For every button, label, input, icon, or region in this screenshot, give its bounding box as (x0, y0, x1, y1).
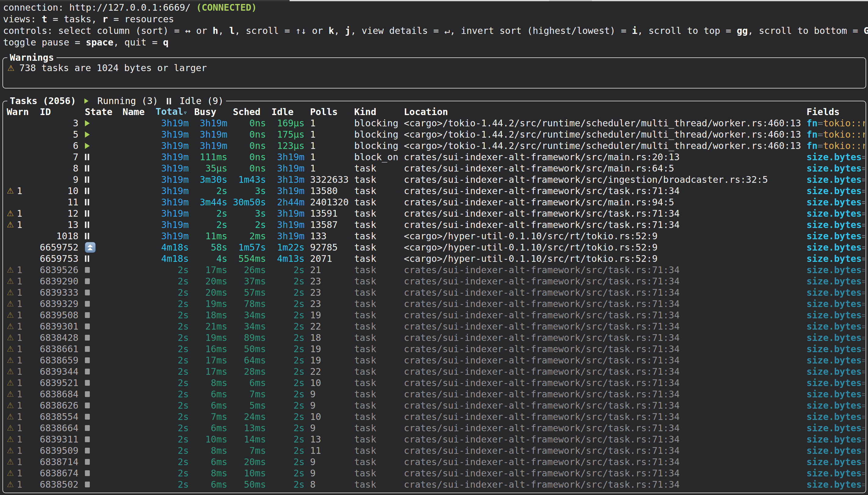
column-header-id[interactable]: ID (40, 106, 78, 118)
completed-icon (85, 335, 90, 341)
cell-location: crates/sui-indexer-alt-framework/src/tas… (404, 309, 806, 321)
table-row[interactable]: ⚠110 3h19m 2s 3s 3h19m 13580taskcrates/s… (7, 185, 865, 197)
cell-state (84, 120, 122, 126)
cell-polls: 1 (310, 118, 354, 129)
table-row[interactable]: 5 3h19m 3h19m 0ns 175µs 1blocking<cargo>… (7, 129, 865, 140)
table-row[interactable]: ⚠16838684 2s 6ms 7ms 2s 9taskcrates/sui-… (7, 389, 865, 400)
column-header-polls[interactable]: Polls (310, 106, 354, 118)
table-row[interactable]: 3 3h19m 3h19m 0ns 169µs 1blocking<cargo>… (7, 118, 865, 129)
column-header-location[interactable]: Location (404, 106, 806, 118)
cell-fields: size.bytes= (807, 321, 865, 332)
cell-location: crates/sui-indexer-alt-framework/src/tas… (404, 264, 806, 276)
cell-fields: size.bytes= (807, 467, 865, 479)
cell-kind: task (354, 298, 404, 309)
cell-fields: size.bytes= (807, 287, 865, 298)
field-key: size.bytes (807, 445, 862, 456)
cell-total: 2s (156, 276, 189, 287)
table-row[interactable]: ⚠16839333 2s 20ms 57ms 2s 23taskcrates/s… (7, 287, 865, 298)
cell-polls: 23 (310, 298, 354, 309)
equals-sign: = (862, 400, 865, 411)
column-header-name[interactable]: Name (122, 106, 155, 118)
column-header-sched[interactable]: Sched (233, 106, 266, 118)
table-row[interactable]: ⚠16838661 2s 16ms 50ms 2s 19taskcrates/s… (7, 343, 865, 355)
cell-warn: ⚠1 (7, 321, 40, 332)
column-header-fields[interactable]: Fields (807, 106, 865, 118)
cell-total: 2s (156, 309, 189, 321)
table-row[interactable]: ⚠16838674 2s 8ms 10ms 2s 9taskcrates/sui… (7, 467, 865, 479)
table-row[interactable]: ⚠16838714 2s 6ms 20ms 2s 9taskcrates/sui… (7, 456, 865, 467)
cell-busy: 17ms (194, 264, 227, 276)
equals-sign: = (862, 197, 865, 207)
warning-count: 1 (17, 411, 22, 422)
equals-sign: = (862, 219, 865, 230)
cell-warn: ⚠1 (7, 411, 40, 422)
table-row[interactable]: ⚠16839526 2s 17ms 26ms 2s 21taskcrates/s… (7, 264, 865, 276)
status-text: views: (3, 14, 41, 24)
cell-total: 2s (156, 343, 189, 355)
cell-location: crates/sui-indexer-alt-framework/src/tas… (404, 276, 806, 287)
cell-sched: 57ms (233, 287, 266, 298)
table-row[interactable]: ⚠16838626 2s 6ms 5ms 2s 9taskcrates/sui-… (7, 400, 865, 411)
table-row[interactable]: ⚠16839521 2s 8ms 6ms 2s 10taskcrates/sui… (7, 377, 865, 389)
cell-state (84, 143, 122, 149)
cell-busy: 6ms (194, 479, 227, 490)
completed-icon (85, 380, 90, 386)
cell-busy: 18ms (194, 309, 227, 321)
table-row[interactable]: ⚠16839344 2s 17ms 28ms 2s 22taskcrates/s… (7, 366, 865, 377)
equals-sign: = (862, 366, 865, 377)
table-row[interactable]: ⚠16839290 2s 20ms 37ms 2s 23taskcrates/s… (7, 276, 865, 287)
cell-total: 2s (156, 422, 189, 434)
cell-busy: 3h19m (194, 140, 227, 151)
warning-icon: ⚠ (7, 434, 17, 445)
table-row[interactable]: ⚠16839508 2s 18ms 34ms 2s 19taskcrates/s… (7, 309, 865, 321)
table-row[interactable]: 11 3h19m 3m44s 30m50s 2h44m 2401320taskc… (7, 197, 865, 208)
table-row[interactable]: 9 3h19m 3m30s 1m43s 3h13m 3322633taskcra… (7, 174, 865, 185)
table-row[interactable]: ⚠16839311 2s 10ms 14ms 2s 13taskcrates/s… (7, 434, 865, 445)
table-row[interactable]: 1018 3h19m 11ms 2ms 3h19m 133task<cargo>… (7, 231, 865, 242)
field-key: size.bytes (807, 219, 862, 230)
column-header-idle[interactable]: Idle (271, 106, 304, 118)
cell-fields: size.bytes= (807, 456, 865, 467)
cell-fields: size.bytes= (807, 332, 865, 343)
column-header-busy[interactable]: Busy (194, 106, 227, 118)
cell-idle: 2s (271, 287, 304, 298)
table-row[interactable]: ⚠16838502 2s 6ms 50ms 2s 8taskcrates/sui… (7, 479, 865, 490)
cell-id: 6839509 (40, 445, 78, 456)
table-row[interactable]: 6 3h19m 3h19m 0ns 123µs 1blocking<cargo>… (7, 140, 865, 151)
column-header-total[interactable]: Total▿ (156, 106, 189, 118)
table-row[interactable]: ⚠16839329 2s 19ms 78ms 2s 23taskcrates/s… (7, 298, 865, 309)
cell-total: 2s (156, 332, 189, 343)
table-row[interactable]: 6659753 4m18s 4s 554ms 4m13s 2071task<ca… (7, 253, 865, 264)
table-row[interactable]: ⚠16839509 2s 8ms 7ms 2s 11taskcrates/sui… (7, 445, 865, 456)
equals-sign: = (862, 321, 865, 332)
sort-indicator-icon: ▿ (183, 109, 187, 116)
table-row[interactable]: ⚠113 3h19m 2s 2s 3h19m 13587taskcrates/s… (7, 219, 865, 231)
cell-sched: 13ms (233, 422, 266, 434)
warning-icon: ⚠ (7, 377, 17, 389)
cell-sched: 26ms (233, 264, 266, 276)
table-row[interactable]: ⚠16838664 2s 6ms 13ms 2s 9taskcrates/sui… (7, 422, 865, 434)
cell-id: 6659753 (40, 253, 78, 264)
table-row[interactable]: 6659752 4m18s 58s 1m57s 1m22s 92785task<… (7, 242, 865, 253)
table-row[interactable]: ⚠16839301 2s 21ms 34ms 2s 22taskcrates/s… (7, 321, 865, 332)
cell-busy: 11ms (194, 231, 227, 242)
cell-sched: 20ms (233, 456, 266, 467)
cell-kind: task (354, 174, 404, 185)
table-row[interactable]: 7 3h19m 111ms 0ns 3h19m 1block_oncrates/… (7, 151, 865, 163)
cell-fields: size.bytes= (807, 231, 865, 242)
table-row[interactable]: 8 3h19m 35µs 0ns 3h19m 1taskcrates/sui-i… (7, 163, 865, 174)
column-header-state[interactable]: State (84, 106, 122, 118)
equals-sign: = (862, 242, 865, 253)
warning-icon: ⚠ (7, 264, 17, 276)
cell-kind: block_on (354, 151, 404, 163)
cell-sched: 7ms (233, 445, 266, 456)
table-row[interactable]: ⚠16838659 2s 17ms 64ms 2s 19taskcrates/s… (7, 355, 865, 366)
column-header-kind[interactable]: Kind (354, 106, 404, 118)
warnings-panel: Warnings ⚠738 tasks are 1024 bytes or la… (2, 57, 866, 88)
status-text: = tasks, (47, 14, 103, 24)
table-row[interactable]: ⚠112 3h19m 2s 3s 3h19m 13591taskcrates/s… (7, 208, 865, 219)
column-header-warn[interactable]: Warn (7, 106, 40, 118)
cell-polls: 9 (310, 400, 354, 411)
table-row[interactable]: ⚠16838554 2s 7ms 24ms 2s 10taskcrates/su… (7, 411, 865, 422)
table-row[interactable]: ⚠16838428 2s 19ms 89ms 2s 18taskcrates/s… (7, 332, 865, 343)
